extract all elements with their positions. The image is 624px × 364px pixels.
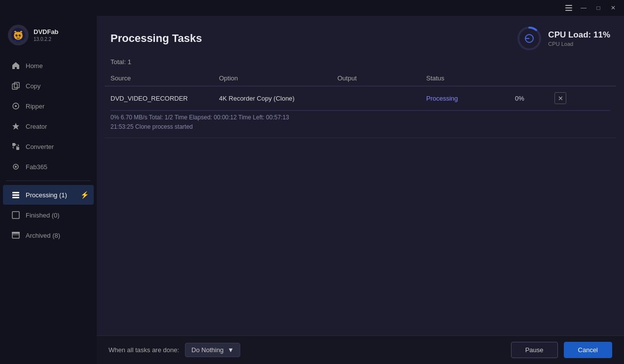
app-version: 13.0.2.2 (34, 36, 59, 42)
when-done-label: When all tasks are done: (109, 346, 179, 354)
svg-point-26 (518, 28, 540, 49)
task-detail-line-1: 0% 6.70 MB/s Total: 1/2 Time Elapsed: 00… (110, 113, 610, 122)
task-option: 4K Recorder Copy (Clone) (219, 95, 337, 102)
sidebar-divider (6, 181, 91, 181)
svg-rect-20 (12, 192, 19, 193)
sidebar-item-copy[interactable]: Copy (3, 76, 94, 96)
home-icon (11, 61, 21, 71)
when-done-select[interactable]: Do Nothing ▼ (185, 343, 240, 357)
cpu-info: CPU Load: 11% CPU Load (548, 30, 610, 47)
sidebar-item-home[interactable]: Home (3, 56, 94, 75)
cpu-percent: CPU Load: 11% (548, 30, 610, 40)
sidebar: DVDFab DVDFab 13.0.2.2 Home (0, 16, 97, 364)
app-logo: DVDFab DVDFab 13.0.2.2 (0, 20, 97, 55)
col-option: Option (219, 74, 337, 82)
sidebar-item-archived[interactable]: Archived (8) (3, 225, 94, 245)
finished-icon (11, 210, 21, 220)
app-body: DVDFab DVDFab 13.0.2.2 Home (0, 16, 624, 364)
col-percent (515, 74, 610, 82)
task-row-main: DVD_VIDEO_RECORDER 4K Recorder Copy (Clo… (105, 86, 616, 110)
main-content: Processing Tasks CPU Load: 11% CPU Load (97, 16, 624, 364)
cpu-circle (516, 26, 542, 51)
processing-icon (11, 190, 21, 200)
page-title: Processing Tasks (110, 32, 202, 45)
sidebar-item-converter[interactable]: Converter (3, 137, 94, 156)
cpu-load-widget: CPU Load: 11% CPU Load (516, 26, 610, 51)
pause-button[interactable]: Pause (511, 342, 558, 358)
svg-rect-17 (16, 147, 19, 150)
sidebar-nav: Home Copy Ripper (0, 55, 97, 364)
titlebar: — □ ✕ (0, 0, 624, 16)
main-header: Processing Tasks CPU Load: 11% CPU Load (97, 16, 624, 56)
converter-icon (11, 142, 21, 151)
svg-rect-25 (12, 232, 20, 234)
task-detail-line-2: 21:53:25 Clone process started (110, 122, 610, 132)
task-source: DVD_VIDEO_RECORDER (110, 95, 219, 102)
svg-rect-1 (565, 7, 572, 8)
task-details: 0% 6.70 MB/s Total: 1/2 Time Elapsed: 00… (105, 111, 616, 138)
col-status: Status (426, 74, 515, 82)
task-status: Processing (426, 95, 515, 102)
archived-icon (11, 230, 21, 240)
table-header: Source Option Output Status (105, 71, 616, 86)
when-done-section: When all tasks are done: Do Nothing ▼ (109, 343, 240, 357)
svg-rect-16 (12, 143, 15, 146)
svg-rect-12 (12, 84, 17, 89)
svg-point-8 (19, 34, 21, 36)
total-row: Total: 1 (97, 56, 624, 71)
svg-rect-0 (565, 5, 572, 6)
svg-point-15 (15, 105, 17, 107)
svg-rect-21 (12, 194, 19, 196)
app-name: DVDFab (34, 28, 59, 36)
sidebar-item-creator[interactable]: Creator (3, 116, 94, 136)
svg-rect-24 (12, 233, 19, 238)
logo-icon: DVDFab (8, 25, 29, 45)
svg-point-19 (15, 166, 17, 168)
sidebar-item-fab365[interactable]: Fab365 (3, 157, 94, 177)
copy-icon (11, 81, 21, 91)
ripper-icon (11, 101, 21, 111)
sidebar-item-processing[interactable]: Processing (1) ⚡ (3, 185, 94, 205)
svg-rect-2 (565, 10, 572, 11)
task-percent: 0% (515, 95, 554, 102)
menu-button[interactable] (562, 1, 576, 15)
svg-rect-23 (12, 212, 19, 218)
table-row: DVD_VIDEO_RECORDER 4K Recorder Copy (Clo… (105, 86, 616, 138)
svg-rect-22 (12, 197, 19, 198)
svg-text:DVDFab: DVDFab (14, 39, 22, 42)
when-done-value: Do Nothing (191, 346, 223, 354)
sidebar-item-ripper[interactable]: Ripper (3, 96, 94, 116)
bottom-actions: Pause Cancel (511, 342, 612, 358)
svg-point-7 (15, 34, 18, 36)
bottom-bar: When all tasks are done: Do Nothing ▼ Pa… (97, 335, 624, 364)
col-output: Output (337, 74, 426, 82)
svg-rect-13 (14, 82, 19, 88)
svg-point-10 (20, 35, 21, 36)
minimize-button[interactable]: — (577, 1, 590, 15)
col-source: Source (110, 74, 219, 82)
task-close-button[interactable]: ✕ (554, 92, 566, 104)
chevron-down-icon: ▼ (227, 346, 234, 354)
cancel-button[interactable]: Cancel (564, 342, 612, 358)
lightning-icon: ⚡ (80, 191, 89, 199)
svg-point-9 (17, 35, 18, 36)
creator-icon (11, 121, 21, 131)
table-body: DVD_VIDEO_RECORDER 4K Recorder Copy (Clo… (105, 86, 616, 335)
close-button[interactable]: ✕ (606, 1, 620, 15)
app-branding: DVDFab 13.0.2.2 (34, 28, 59, 42)
fab365-icon (11, 162, 21, 172)
maximize-button[interactable]: □ (591, 1, 605, 15)
cpu-label: CPU Load (548, 41, 610, 47)
sidebar-item-finished[interactable]: Finished (0) (3, 205, 94, 225)
task-table: Source Option Output Status DVD_VIDEO_RE… (97, 71, 624, 335)
